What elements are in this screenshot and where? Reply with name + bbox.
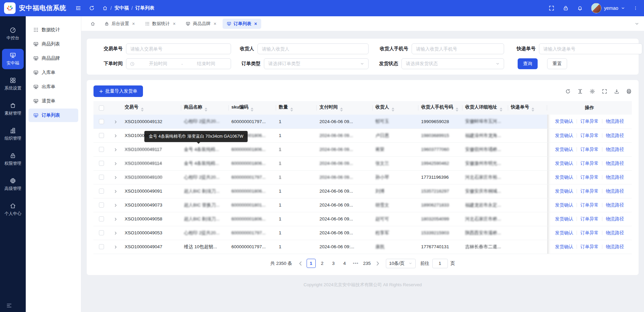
sidebar-item-系统设置[interactable]: 系统设置	[2, 74, 24, 94]
ship-status-select[interactable]: 请选择发货状态	[401, 58, 504, 69]
action-logistics-path[interactable]: 物流路径	[606, 230, 624, 235]
action-logistics-path[interactable]: 物流路径	[606, 147, 624, 152]
row-checkbox[interactable]	[99, 216, 104, 221]
row-checkbox[interactable]	[99, 244, 104, 249]
action-order-abnormal[interactable]: 订单异常	[580, 189, 599, 194]
column-header-支付时间[interactable]: 支付时间	[317, 101, 373, 115]
expand-row-icon[interactable]	[113, 134, 118, 138]
expand-icon[interactable]	[602, 89, 607, 94]
table-row[interactable]: XSO10000049073超人BIC 替换刀...600000001801..…	[94, 198, 632, 212]
action-logistics-path[interactable]: 物流路径	[606, 133, 624, 138]
next-page-icon[interactable]	[374, 260, 381, 267]
action-order-abnormal[interactable]: 订单异常	[580, 216, 599, 221]
sidebar-item-组织管理[interactable]: 组织管理	[2, 124, 24, 144]
page-number-235[interactable]: 235	[362, 259, 372, 268]
close-icon[interactable]: ×	[132, 21, 135, 26]
printer-icon[interactable]	[626, 89, 632, 94]
user-menu[interactable]: yemao	[591, 3, 625, 13]
tab-订单列表[interactable]: 订单列表×	[223, 19, 261, 29]
download-icon[interactable]	[614, 89, 620, 94]
sidebar-item-权限管理[interactable]: 权限管理	[2, 149, 24, 170]
tab-数据统计[interactable]: 数据统计×	[141, 19, 180, 29]
action-confirm-shipment[interactable]: 发货确认	[555, 244, 573, 249]
menu-item-商品列表[interactable]: 商品列表	[28, 37, 78, 51]
action-confirm-shipment[interactable]: 发货确认	[555, 147, 573, 152]
close-icon[interactable]: ×	[254, 21, 257, 26]
column-header-交易号[interactable]: 交易号	[122, 101, 181, 115]
row-checkbox[interactable]	[99, 202, 104, 208]
end-time-placeholder[interactable]: 结束时间	[185, 61, 227, 67]
expand-row-icon[interactable]	[113, 148, 118, 152]
row-checkbox[interactable]	[99, 230, 104, 235]
table-row[interactable]: XSO10000049058超人BIC 剃须刀...600000001806..…	[94, 212, 632, 226]
action-order-abnormal[interactable]: 订单异常	[580, 133, 599, 138]
sidebar-item-中控台[interactable]: 中控台	[2, 24, 24, 44]
action-logistics-path[interactable]: 物流路径	[606, 202, 624, 208]
column-header-收货人[interactable]: 收货人	[373, 101, 418, 115]
menu-item-入库单[interactable]: 入库单	[28, 66, 78, 79]
table-row[interactable]: XSO10000049100心相印 2提共20...600000001797..…	[94, 170, 632, 184]
row-checkbox[interactable]	[99, 147, 104, 152]
bell-icon[interactable]	[577, 5, 583, 11]
table-row[interactable]: XSO10000049053心相印 2提共20...600000001797..…	[94, 226, 632, 240]
sidebar-item-个人中心[interactable]: 个人中心	[2, 199, 24, 220]
reset-button[interactable]: 重置	[547, 58, 567, 69]
column-height-icon[interactable]	[577, 89, 583, 94]
column-header-sku编码[interactable]: sku编码	[229, 101, 276, 115]
page-number-1[interactable]: 1	[307, 259, 316, 268]
refresh-icon[interactable]	[89, 5, 95, 11]
column-header-快递单号[interactable]: 快递单号	[508, 101, 547, 115]
settings-icon[interactable]	[589, 89, 595, 94]
action-logistics-path[interactable]: 物流路径	[606, 244, 624, 249]
menu-fold-icon[interactable]	[75, 5, 81, 11]
sidebar-item-安中福[interactable]: 安中福	[2, 49, 24, 69]
action-logistics-path[interactable]: 物流路径	[606, 119, 624, 124]
action-logistics-path[interactable]: 物流路径	[606, 161, 624, 166]
action-confirm-shipment[interactable]: 发货确认	[555, 202, 573, 208]
date-range-picker[interactable]: 开始时间 - 结束时间	[126, 58, 231, 69]
row-checkbox[interactable]	[99, 189, 104, 194]
close-icon[interactable]: ×	[213, 21, 216, 26]
table-row[interactable]: XSO10000049114金号 4条装纯棉...600000001806...…	[94, 156, 632, 170]
close-icon[interactable]: ×	[173, 21, 175, 26]
expand-row-icon[interactable]	[113, 189, 118, 194]
sidebar-item-高级管理[interactable]: 高级管理	[2, 174, 24, 195]
row-checkbox[interactable]	[99, 161, 104, 166]
expand-row-icon[interactable]	[113, 203, 118, 208]
action-logistics-path[interactable]: 物流路径	[606, 175, 624, 180]
menu-item-出库单[interactable]: 出库单	[28, 80, 78, 94]
row-checkbox[interactable]	[99, 133, 104, 138]
fullscreen-icon[interactable]	[548, 5, 555, 11]
goto-page-input[interactable]	[432, 259, 448, 268]
action-logistics-path[interactable]: 物流路径	[606, 216, 624, 221]
filter-input-交易单号[interactable]	[126, 43, 231, 54]
page-number-2[interactable]: 2	[318, 259, 327, 268]
table-row[interactable]: XSO10000049117金号 4条装纯棉...600000001806...…	[94, 142, 632, 156]
table-row[interactable]: XSO10000049047维达 10包超韧...600000001797...…	[94, 240, 632, 254]
filter-input-快递单号[interactable]	[539, 43, 642, 54]
collapse-sidebar-icon[interactable]	[6, 303, 12, 309]
filter-input-收货人手机号[interactable]	[412, 43, 504, 54]
sidebar-item-素材管理[interactable]: 素材管理	[2, 99, 24, 119]
page-number-3[interactable]: 3	[329, 259, 338, 268]
column-header-收货人详细地址[interactable]: 收货人详细地址	[462, 101, 508, 115]
action-confirm-shipment[interactable]: 发货确认	[555, 119, 573, 124]
page-number-4[interactable]: 4	[340, 259, 349, 268]
sort-caret-icon[interactable]	[141, 108, 144, 112]
sort-caret-icon[interactable]	[500, 108, 502, 112]
sort-caret-icon[interactable]	[205, 108, 207, 112]
expand-row-icon[interactable]	[113, 231, 118, 235]
menu-item-数据统计[interactable]: 数据统计	[28, 23, 78, 37]
action-order-abnormal[interactable]: 订单异常	[580, 202, 599, 208]
action-confirm-shipment[interactable]: 发货确认	[555, 161, 573, 166]
order-type-select[interactable]: 请选择订单类型	[264, 58, 369, 69]
menu-item-退货单[interactable]: 退货单	[28, 94, 78, 108]
action-order-abnormal[interactable]: 订单异常	[580, 161, 599, 166]
column-header-数量[interactable]: 数量	[276, 101, 317, 115]
page-size-select[interactable]: 10条/页	[386, 259, 416, 268]
expand-row-icon[interactable]	[113, 120, 118, 124]
action-confirm-shipment[interactable]: 发货确认	[555, 216, 573, 221]
action-order-abnormal[interactable]: 订单异常	[580, 147, 599, 152]
sort-caret-icon[interactable]	[456, 108, 458, 112]
breadcrumb-home-icon[interactable]	[102, 5, 108, 11]
